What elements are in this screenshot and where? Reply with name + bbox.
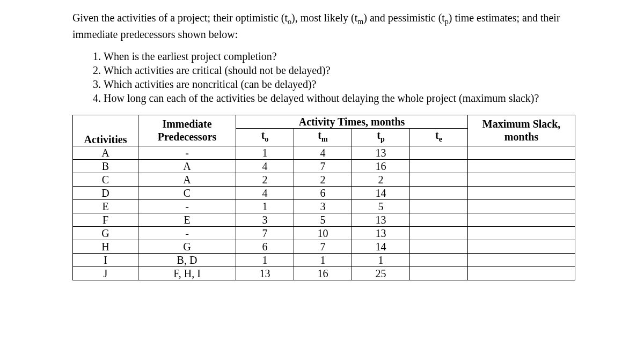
cell-to: 1: [236, 253, 294, 266]
cell-pred: E: [138, 213, 236, 226]
cell-tm: 2: [294, 173, 352, 186]
cell-slack: [468, 173, 575, 186]
activity-table: Activities Immediate Predecessors Activi…: [72, 115, 575, 280]
cell-to: 3: [236, 213, 294, 226]
cell-tm: 10: [294, 226, 352, 240]
cell-pred: C: [138, 186, 236, 199]
cell-tp: 14: [352, 186, 410, 199]
cell-tp: 13: [352, 213, 410, 226]
question-item: When is the earliest project completion?: [104, 49, 574, 63]
cell-tm: 7: [294, 240, 352, 253]
table-row: FE3513: [73, 213, 575, 226]
intro-sub-m: m: [357, 18, 363, 26]
cell-slack: [468, 213, 575, 226]
cell-te: [410, 240, 468, 253]
cell-te: [410, 226, 468, 240]
header-te: te: [410, 128, 468, 146]
table-row: DC4614: [73, 186, 575, 199]
cell-slack: [468, 266, 575, 280]
header-predecessors-l2: Predecessors: [141, 130, 233, 143]
cell-act: B: [73, 159, 138, 173]
cell-tm: 7: [294, 159, 352, 173]
cell-to: 4: [236, 186, 294, 199]
cell-act: H: [73, 240, 138, 253]
cell-tp: 14: [352, 240, 410, 253]
cell-tp: 13: [352, 146, 410, 159]
cell-act: G: [73, 226, 138, 240]
cell-slack: [468, 240, 575, 253]
cell-tp: 16: [352, 159, 410, 173]
cell-tp: 5: [352, 199, 410, 213]
cell-tm: 4: [294, 146, 352, 159]
cell-te: [410, 146, 468, 159]
cell-act: C: [73, 173, 138, 186]
cell-te: [410, 173, 468, 186]
cell-pred: A: [138, 173, 236, 186]
header-tm: tm: [294, 128, 352, 146]
cell-to: 1: [236, 146, 294, 159]
header-slack-l2: months: [470, 130, 573, 143]
cell-te: [410, 266, 468, 280]
question-list: When is the earliest project completion?…: [72, 49, 574, 105]
table-row: JF, H, I131625: [73, 266, 575, 280]
header-tp: tp: [352, 128, 410, 146]
header-activities: Activities: [73, 115, 138, 146]
cell-slack: [468, 253, 575, 266]
cell-pred: B, D: [138, 253, 236, 266]
cell-te: [410, 253, 468, 266]
cell-tm: 6: [294, 186, 352, 199]
cell-slack: [468, 146, 575, 159]
cell-pred: -: [138, 199, 236, 213]
cell-act: E: [73, 199, 138, 213]
intro-sub-p: p: [445, 18, 449, 26]
intro-text-2: ), most likely (t: [291, 12, 357, 24]
cell-te: [410, 213, 468, 226]
table-row: A-1413: [73, 146, 575, 159]
cell-to: 13: [236, 266, 294, 280]
table-row: IB, D111: [73, 253, 575, 266]
cell-slack: [468, 226, 575, 240]
question-item: Which activities are critical (should no…: [104, 63, 574, 77]
cell-act: J: [73, 266, 138, 280]
table-row: BA4716: [73, 159, 575, 173]
cell-act: D: [73, 186, 138, 199]
cell-slack: [468, 199, 575, 213]
cell-slack: [468, 186, 575, 199]
question-item: Which activities are noncritical (can be…: [104, 77, 574, 91]
cell-te: [410, 159, 468, 173]
cell-tp: 25: [352, 266, 410, 280]
cell-slack: [468, 159, 575, 173]
cell-tp: 2: [352, 173, 410, 186]
cell-to: 7: [236, 226, 294, 240]
cell-tp: 1: [352, 253, 410, 266]
cell-to: 2: [236, 173, 294, 186]
cell-to: 6: [236, 240, 294, 253]
intro-text-3: ) and pessimistic (t: [363, 12, 445, 24]
table-row: G-71013: [73, 226, 575, 240]
cell-to: 1: [236, 199, 294, 213]
cell-to: 4: [236, 159, 294, 173]
cell-tp: 13: [352, 226, 410, 240]
cell-pred: -: [138, 226, 236, 240]
table-row: HG6714: [73, 240, 575, 253]
table-row: E-135: [73, 199, 575, 213]
header-predecessors: Immediate Predecessors: [138, 115, 236, 146]
cell-tm: 16: [294, 266, 352, 280]
cell-act: A: [73, 146, 138, 159]
question-item: How long can each of the activities be d…: [104, 91, 574, 105]
cell-pred: -: [138, 146, 236, 159]
cell-te: [410, 199, 468, 213]
cell-tm: 3: [294, 199, 352, 213]
cell-act: I: [73, 253, 138, 266]
cell-te: [410, 186, 468, 199]
header-slack-l1: Maximum Slack,: [470, 117, 573, 130]
intro-sub-o: o: [288, 18, 291, 26]
table-row: CA222: [73, 173, 575, 186]
header-to: to: [236, 128, 294, 146]
header-slack: Maximum Slack, months: [468, 115, 575, 146]
cell-act: F: [73, 213, 138, 226]
header-predecessors-l1: Immediate: [141, 117, 233, 130]
intro-text-1: Given the activities of a project; their…: [72, 12, 288, 24]
cell-tm: 1: [294, 253, 352, 266]
intro-paragraph: Given the activities of a project; their…: [72, 11, 574, 42]
